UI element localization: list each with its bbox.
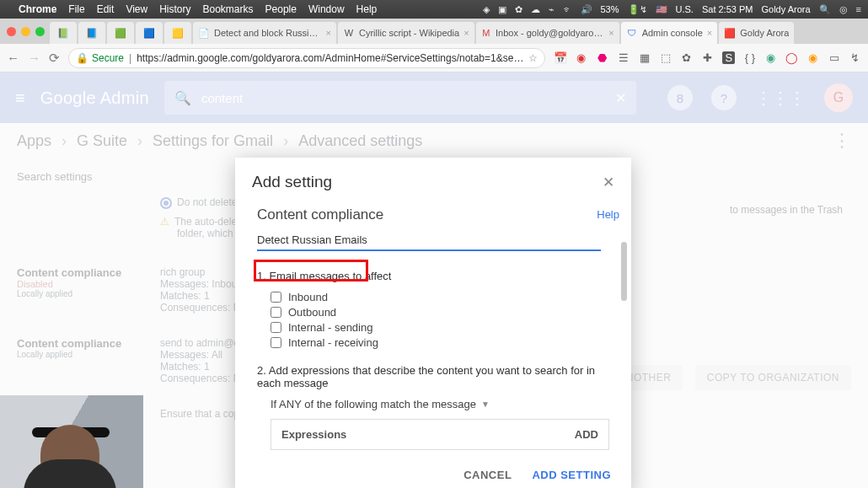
ext-icon[interactable]: ▭ <box>828 51 840 64</box>
close-tab-icon[interactable]: × <box>326 28 331 38</box>
add-setting-button[interactable]: ADD SETTING <box>532 469 611 481</box>
menu-file[interactable]: File <box>68 3 84 15</box>
docs-icon: 📘 <box>86 27 98 39</box>
status-icon: ▣ <box>498 4 506 15</box>
menu-window[interactable]: Window <box>308 3 345 15</box>
tab-title: Goldy Arora <box>740 28 789 38</box>
ext-icon[interactable]: { } <box>743 51 756 64</box>
ext-icon[interactable]: 📅 <box>554 51 566 64</box>
menu-bookmarks[interactable]: Bookmarks <box>203 3 254 15</box>
cancel-button[interactable]: CANCEL <box>463 469 512 481</box>
secure-badge: 🔒Secure <box>76 52 124 64</box>
status-icon: ✿ <box>515 4 522 15</box>
reload-icon[interactable]: ⟳ <box>49 51 60 66</box>
tab-site[interactable]: 🟥Goldy Arora <box>719 22 794 44</box>
match-condition-dropdown[interactable]: If ANY of the following match the messag… <box>271 398 609 410</box>
checkbox-outbound[interactable]: Outbound <box>271 306 609 319</box>
tab-pinned[interactable]: 📗 <box>50 22 77 44</box>
tab-pinned[interactable]: 🟨 <box>164 22 191 44</box>
tab-title: Cyrillic script - Wikipedia <box>359 28 459 38</box>
tab-title: Detect and block Russian la… <box>214 28 322 38</box>
chrome-toolbar: ← → ⟳ 🔒Secure | https://admin.google.com… <box>0 44 868 72</box>
favicon-icon: 🟨 <box>172 27 184 39</box>
tab-pinned[interactable]: 🟦 <box>136 22 163 44</box>
menu-edit[interactable]: Edit <box>97 3 115 15</box>
bookmark-star-icon[interactable]: ☆ <box>528 52 538 64</box>
menubar-clock[interactable]: Sat 2:53 PM <box>702 4 753 14</box>
ext-icon[interactable]: ✚ <box>701 51 714 64</box>
expressions-header: Expressions <box>281 428 346 441</box>
ext-icon[interactable]: ☰ <box>617 51 630 64</box>
menu-history[interactable]: History <box>159 3 190 15</box>
extension-icons: 📅 ◉ ⬣ ☰ ▦ ⬚ ✿ ✚ S { } ◉ ◯ ◉ ▭ ↯ ✎ ◆ ⋮ <box>554 51 868 64</box>
menu-help[interactable]: Help <box>356 3 378 15</box>
tab-gmail[interactable]: MInbox - goldy@goldyarora.c…× <box>476 22 619 44</box>
gmail-icon: M <box>481 27 491 39</box>
wikipedia-icon: W <box>343 27 355 39</box>
ext-icon[interactable]: ◯ <box>785 51 798 64</box>
back-icon[interactable]: ← <box>7 51 19 66</box>
ext-icon[interactable]: S <box>722 51 735 64</box>
add-setting-modal: Add setting ✕ Content compliance Help 1.… <box>235 158 631 488</box>
modal-section-title: Content compliance <box>257 206 609 223</box>
status-icon: ⌁ <box>549 4 555 15</box>
menu-people[interactable]: People <box>265 3 297 15</box>
close-modal-icon[interactable]: ✕ <box>603 174 614 191</box>
volume-icon[interactable]: 🔊 <box>581 4 592 15</box>
ext-icon[interactable]: ◉ <box>575 51 587 64</box>
forward-icon[interactable]: → <box>28 51 40 66</box>
add-expression-button[interactable]: ADD <box>575 428 598 441</box>
setting-name-input[interactable] <box>257 233 601 246</box>
favicon-icon: 🟦 <box>143 27 155 39</box>
checkbox-inbound[interactable]: Inbound <box>271 291 609 303</box>
chevron-down-icon: ▼ <box>481 400 490 409</box>
section-2-heading: 2. Add expressions that describe the con… <box>257 364 609 389</box>
menubar-app[interactable]: Chrome <box>19 3 56 15</box>
close-window-icon[interactable] <box>7 27 16 36</box>
close-tab-icon[interactable]: × <box>707 28 712 38</box>
webcam-overlay <box>0 395 143 488</box>
window-controls <box>5 27 50 36</box>
checkbox-label: Inbound <box>288 291 328 303</box>
ext-icon[interactable]: ◉ <box>764 51 777 64</box>
ext-icon[interactable]: ▦ <box>638 51 651 64</box>
close-tab-icon[interactable]: × <box>463 28 469 38</box>
tab-wikipedia[interactable]: WCyrillic script - Wikipedia× <box>338 22 474 44</box>
status-icon: ◈ <box>483 4 490 15</box>
docs-icon: 📄 <box>198 27 210 39</box>
scrollbar[interactable] <box>621 242 627 301</box>
checkbox-label: Outbound <box>288 306 336 319</box>
url-text: https://admin.google.com/goldyarora.com/… <box>137 52 523 64</box>
input-locale[interactable]: U.S. <box>676 4 694 14</box>
minimize-window-icon[interactable] <box>21 27 30 36</box>
tab-admin-console[interactable]: 🛡Admin console× <box>621 22 718 44</box>
close-tab-icon[interactable]: × <box>608 28 613 38</box>
ext-icon[interactable]: ⬚ <box>659 51 672 64</box>
ext-icon[interactable]: ◉ <box>806 51 819 64</box>
tab-pinned[interactable]: 📘 <box>78 22 105 44</box>
tab-pinned[interactable]: 🟩 <box>107 22 134 44</box>
help-link[interactable]: Help <box>597 208 619 221</box>
wifi-icon[interactable]: ᯤ <box>563 4 572 14</box>
ext-icon[interactable]: ↯ <box>849 51 861 64</box>
checkbox-internal-sending[interactable]: Internal - sending <box>271 321 609 334</box>
flag-icon[interactable]: 🇺🇸 <box>656 4 667 15</box>
sheets-icon: 📗 <box>57 27 69 39</box>
chrome-tabstrip: 📗 📘 🟩 🟦 🟨 📄Detect and block Russian la…×… <box>0 19 868 44</box>
spotlight-icon[interactable]: 🔍 <box>819 4 831 15</box>
menubar-user[interactable]: Goldy Arora <box>761 4 810 14</box>
menu-extra-icon[interactable]: ≡ <box>856 4 861 14</box>
modal-title: Add setting <box>252 173 332 191</box>
checkbox-internal-receiving[interactable]: Internal - receiving <box>271 336 609 349</box>
zoom-window-icon[interactable] <box>35 27 45 36</box>
dropdown-label: If ANY of the following match the messag… <box>271 398 476 410</box>
expressions-table: Expressions ADD <box>271 419 609 450</box>
ext-icon[interactable]: ⬣ <box>596 51 608 64</box>
tab-doc[interactable]: 📄Detect and block Russian la…× <box>193 22 336 44</box>
ext-icon[interactable]: ✿ <box>680 51 693 64</box>
address-bar[interactable]: 🔒Secure | https://admin.google.com/goldy… <box>68 48 545 68</box>
menu-view[interactable]: View <box>126 3 147 15</box>
secure-label: Secure <box>92 52 124 64</box>
siri-icon[interactable]: ◎ <box>839 4 848 15</box>
favicon-icon: 🟩 <box>115 27 126 39</box>
